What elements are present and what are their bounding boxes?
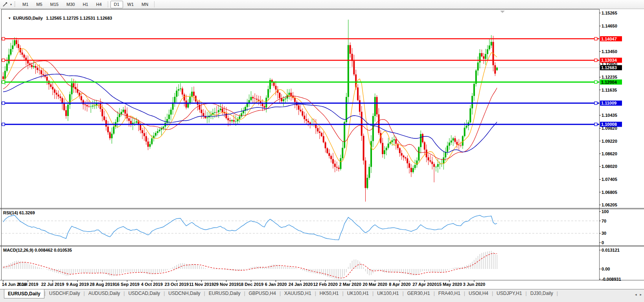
svg-text:23 Oct 2019: 23 Oct 2019 <box>165 282 189 287</box>
svg-text:9 Aug 2019: 9 Aug 2019 <box>66 282 89 287</box>
svg-text:1.12683: 1.12683 <box>601 65 617 70</box>
svg-text:3 Jun 2020: 3 Jun 2020 <box>463 282 485 287</box>
timeframe-button-m15[interactable]: M15 <box>47 1 62 8</box>
trendline-tool-icon[interactable] <box>2 1 8 7</box>
chart-canvas[interactable]: 1.152651.146501.134501.128501.122351.116… <box>0 9 644 289</box>
svg-text:1.13450: 1.13450 <box>602 49 617 54</box>
svg-text:30: 30 <box>602 231 606 236</box>
svg-text:2 Mar 2020: 2 Mar 2020 <box>339 282 361 287</box>
timeframe-button-m1[interactable]: M1 <box>19 1 32 8</box>
price-pane[interactable] <box>2 20 599 202</box>
symbol-tab-13-usoil-h4[interactable]: USOil,H4 <box>465 289 492 298</box>
symbol-tab-3-usdcad-daily[interactable]: USDCAD,Daily <box>125 289 164 298</box>
timeframe-button-h1[interactable]: H1 <box>79 1 92 8</box>
svg-text:6 Jan 2020: 6 Jan 2020 <box>265 282 287 287</box>
symbol-tab-1-usdchf-daily[interactable]: USDCHF,Daily <box>46 289 84 298</box>
symbol-tab-9-uk100-h1[interactable]: UK100,H1 <box>344 289 372 298</box>
timeframe-buttons: M1M5M15M30H1H4D1W1MN <box>18 1 156 8</box>
chart-shift-marker-icon[interactable] <box>500 11 505 13</box>
svg-text:1.06805: 1.06805 <box>602 190 617 195</box>
svg-text:11 Nov 2019: 11 Nov 2019 <box>189 282 214 287</box>
macd-pane[interactable] <box>3 251 497 280</box>
svg-text:20 Mar 2020: 20 Mar 2020 <box>363 282 387 287</box>
svg-text:1.10435: 1.10435 <box>602 113 617 118</box>
tab-scroll-right-icon[interactable]: ▸ <box>640 293 642 296</box>
symbol-tab-14-usdjpy-h1[interactable]: USDJPY,H1 <box>493 289 525 298</box>
symbol-tab-0-eurusd-daily[interactable]: EURUSD,Daily <box>4 289 44 298</box>
svg-text:1.10008: 1.10008 <box>601 122 617 127</box>
svg-text:1.07405: 1.07405 <box>602 177 617 182</box>
svg-text:1.06205: 1.06205 <box>602 203 617 207</box>
tab-divider: | <box>557 289 558 296</box>
timeframe-button-d1[interactable]: D1 <box>110 1 123 8</box>
svg-text:1.12235: 1.12235 <box>602 75 617 79</box>
svg-text:3 Jul 2019: 3 Jul 2019 <box>18 282 39 287</box>
price-axis[interactable]: 1.152651.146501.134501.128501.122351.116… <box>600 11 622 282</box>
symbol-tab-7-xauusd-h1[interactable]: XAUUSD,H1 <box>281 289 315 298</box>
timeframe-button-m30[interactable]: M30 <box>63 1 78 8</box>
rsi-pane[interactable] <box>2 215 599 240</box>
svg-text:8 Apr 2020: 8 Apr 2020 <box>389 282 410 287</box>
symbol-tab-4-usdcnh-daily[interactable]: USDCNH,Daily <box>165 289 204 298</box>
svg-text:1.14650: 1.14650 <box>602 24 617 28</box>
svg-text:1.13034: 1.13034 <box>601 58 617 63</box>
svg-text:1.15265: 1.15265 <box>602 11 617 15</box>
timeframe-button-mn[interactable]: MN <box>138 1 152 8</box>
symbol-tab-12-fra40-h1[interactable]: FRA40,H1 <box>435 289 464 298</box>
svg-text:70: 70 <box>602 219 606 223</box>
toolbar-separator <box>154 1 155 7</box>
timeframe-button-h4[interactable]: H4 <box>92 1 105 8</box>
top-toolbar: ▾ M1M5M15M30H1H4D1W1MN <box>0 0 644 9</box>
svg-text:1.12004: 1.12004 <box>601 80 617 85</box>
symbol-tab-11-ger30-h1[interactable]: GER30,H1 <box>404 289 434 298</box>
svg-text:28 Aug 2019: 28 Aug 2019 <box>90 282 115 287</box>
symbol-tab-15-dj30-daily[interactable]: DJ30,Daily <box>527 289 557 298</box>
svg-text:0.00: 0.00 <box>602 267 610 271</box>
svg-text:1.11009: 1.11009 <box>601 101 616 105</box>
svg-text:1.14047: 1.14047 <box>601 37 617 41</box>
svg-text:0.013121: 0.013121 <box>602 248 620 252</box>
svg-text:1.11635: 1.11635 <box>602 88 617 92</box>
symbol-tabbar: EURUSD,Daily|USDCHF,Daily|AUDUSD,Daily|U… <box>0 289 644 302</box>
timeframe-button-m5[interactable]: M5 <box>33 1 46 8</box>
candlestick-series <box>2 20 498 202</box>
svg-text:100: 100 <box>602 209 609 214</box>
svg-text:0: 0 <box>602 240 604 245</box>
svg-text:27 Apr 2020: 27 Apr 2020 <box>412 282 436 287</box>
svg-text:1.08620: 1.08620 <box>602 151 617 156</box>
horizontal-lines[interactable] <box>2 37 599 126</box>
svg-text:12 Feb 2020: 12 Feb 2020 <box>313 282 337 287</box>
svg-text:-0.008931: -0.008931 <box>602 277 621 282</box>
svg-text:29 Nov 2019: 29 Nov 2019 <box>214 282 239 287</box>
date-axis[interactable]: 14 Jun 20193 Jul 201922 Jul 20199 Aug 20… <box>2 280 485 287</box>
symbol-tab-10-uk100-h1[interactable]: UK100,H1 <box>374 289 402 298</box>
svg-text:1.09220: 1.09220 <box>602 139 617 144</box>
tab-scroll-buttons: ◂ ▸ <box>635 293 642 296</box>
svg-text:24 Jan 2020: 24 Jan 2020 <box>289 282 313 287</box>
moving-average-8 <box>3 49 497 164</box>
rsi-line <box>3 215 497 240</box>
timeframe-button-w1[interactable]: W1 <box>124 1 138 8</box>
trendline-tool-glyph <box>2 1 8 7</box>
symbol-tab-5-eurusd-daily[interactable]: EURUSD,Daily <box>205 289 244 298</box>
symbol-tab-2-audusd-daily[interactable]: AUDUSD,Daily <box>85 289 124 298</box>
tool-dropdown-icon[interactable]: ▾ <box>10 3 12 6</box>
tab-scroll-left-icon[interactable]: ◂ <box>635 293 637 296</box>
svg-text:18 Dec 2019: 18 Dec 2019 <box>239 282 263 287</box>
chart-frame <box>2 9 600 280</box>
toolbar-drag-handle[interactable] <box>14 2 15 7</box>
svg-text:15 May 2020: 15 May 2020 <box>437 282 462 287</box>
macd-signal-line <box>3 253 497 278</box>
svg-text:16 Sep 2019: 16 Sep 2019 <box>115 282 140 287</box>
svg-text:4 Oct 2019: 4 Oct 2019 <box>141 282 163 287</box>
svg-text:1.08020: 1.08020 <box>602 164 617 169</box>
symbol-tab-6-gbpusd-h4[interactable]: GBPUSD,H4 <box>245 289 280 298</box>
svg-text:22 Jul 2019: 22 Jul 2019 <box>41 282 64 287</box>
chart-window: 1.152651.146501.134501.128501.122351.116… <box>0 9 644 289</box>
symbol-tab-8-hk50-h1[interactable]: HK50,H1 <box>316 289 342 298</box>
toolbar-separator <box>108 1 108 7</box>
